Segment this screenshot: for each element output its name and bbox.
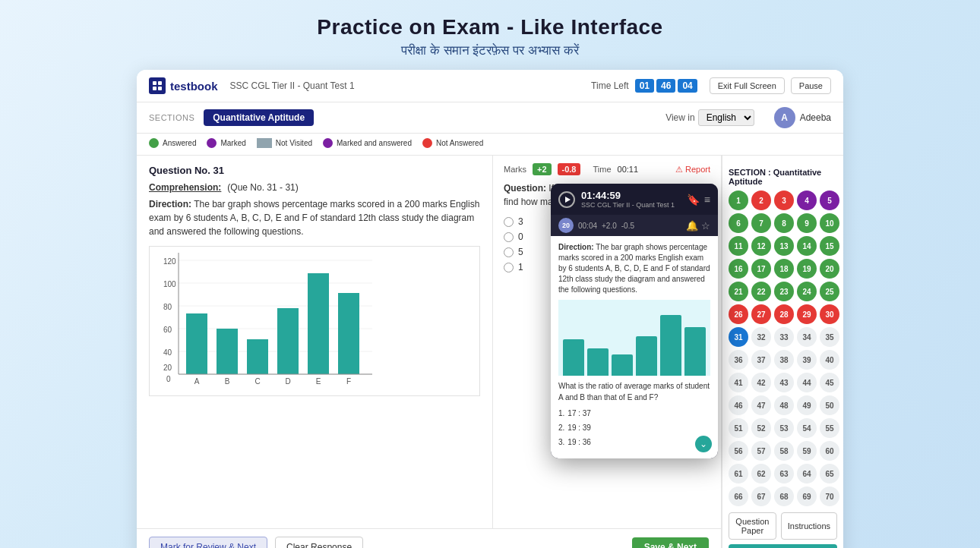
num-btn-31[interactable]: 31 — [729, 327, 748, 347]
report-button[interactable]: ⚠ Report — [675, 165, 710, 175]
num-btn-67[interactable]: 67 — [751, 487, 771, 506]
num-btn-62[interactable]: 62 — [751, 464, 771, 483]
star-icon[interactable]: ☆ — [701, 220, 710, 231]
num-btn-16[interactable]: 16 — [729, 259, 748, 279]
num-btn-29[interactable]: 29 — [797, 304, 817, 324]
play-button[interactable] — [558, 191, 575, 208]
num-btn-39[interactable]: 39 — [797, 350, 817, 370]
num-btn-57[interactable]: 57 — [751, 441, 771, 461]
num-btn-33[interactable]: 33 — [774, 327, 794, 347]
instructions-button[interactable]: Instructions — [781, 512, 837, 540]
num-btn-30[interactable]: 30 — [820, 304, 839, 324]
num-btn-37[interactable]: 37 — [751, 350, 771, 370]
num-btn-26[interactable]: 26 — [729, 304, 748, 324]
num-btn-13[interactable]: 13 — [774, 236, 794, 256]
num-btn-50[interactable]: 50 — [820, 395, 839, 415]
num-btn-17[interactable]: 17 — [751, 259, 771, 279]
legend-area: Answered Marked Not Visited Marked and a… — [137, 134, 843, 156]
num-btn-45[interactable]: 45 — [820, 373, 839, 392]
num-btn-38[interactable]: 38 — [774, 350, 794, 370]
option-radio-3[interactable] — [504, 217, 514, 227]
scroll-down-button[interactable]: ⌄ — [695, 436, 712, 452]
svg-text:B: B — [225, 377, 230, 386]
num-btn-2[interactable]: 2 — [751, 191, 771, 210]
num-btn-12[interactable]: 12 — [751, 236, 771, 256]
exit-fullscreen-button[interactable]: Exit Full Screen — [710, 77, 785, 94]
num-btn-15[interactable]: 15 — [820, 236, 839, 256]
num-btn-46[interactable]: 46 — [729, 395, 748, 415]
num-btn-40[interactable]: 40 — [820, 350, 839, 370]
num-btn-19[interactable]: 19 — [797, 259, 817, 279]
num-btn-41[interactable]: 41 — [729, 373, 748, 392]
video-option-3[interactable]: 3. 19 : 36 — [558, 435, 710, 449]
num-btn-56[interactable]: 56 — [729, 441, 748, 461]
num-btn-18[interactable]: 18 — [774, 259, 794, 279]
num-btn-55[interactable]: 55 — [820, 418, 839, 438]
num-btn-43[interactable]: 43 — [774, 373, 794, 392]
save-next-button[interactable]: Save & Next — [632, 537, 709, 548]
num-btn-70[interactable]: 70 — [820, 487, 839, 506]
option-radio-5[interactable] — [504, 247, 514, 257]
num-btn-4[interactable]: 4 — [797, 191, 817, 210]
num-btn-11[interactable]: 11 — [729, 236, 748, 256]
option-radio-1[interactable] — [504, 263, 514, 272]
num-btn-65[interactable]: 65 — [820, 464, 839, 483]
num-btn-23[interactable]: 23 — [774, 282, 794, 301]
num-btn-61[interactable]: 61 — [729, 464, 748, 483]
num-btn-32[interactable]: 32 — [751, 327, 771, 347]
num-btn-21[interactable]: 21 — [729, 282, 748, 301]
num-btn-3[interactable]: 3 — [774, 191, 794, 210]
bell-icon[interactable]: 🔔 — [686, 220, 698, 231]
num-btn-59[interactable]: 59 — [797, 441, 817, 461]
num-btn-68[interactable]: 68 — [774, 487, 794, 506]
num-btn-63[interactable]: 63 — [774, 464, 794, 483]
video-option-1[interactable]: 1. 17 : 37 — [558, 406, 710, 420]
num-btn-6[interactable]: 6 — [729, 213, 748, 233]
num-btn-34[interactable]: 34 — [797, 327, 817, 347]
num-btn-58[interactable]: 58 — [774, 441, 794, 461]
num-btn-54[interactable]: 54 — [797, 418, 817, 438]
num-btn-64[interactable]: 64 — [797, 464, 817, 483]
submit-test-button[interactable]: Submit Test — [729, 544, 837, 548]
num-btn-47[interactable]: 47 — [751, 395, 771, 415]
svg-text:100: 100 — [163, 280, 176, 288]
num-btn-52[interactable]: 52 — [751, 418, 771, 438]
num-btn-42[interactable]: 42 — [751, 373, 771, 392]
num-btn-48[interactable]: 48 — [774, 395, 794, 415]
v-bar-b — [587, 348, 609, 376]
num-btn-36[interactable]: 36 — [729, 350, 748, 370]
num-btn-49[interactable]: 49 — [797, 395, 817, 415]
num-btn-35[interactable]: 35 — [820, 327, 839, 347]
pause-button[interactable]: Pause — [791, 77, 831, 94]
num-btn-7[interactable]: 7 — [751, 213, 771, 233]
num-btn-66[interactable]: 66 — [729, 487, 748, 506]
bookmark-icon[interactable]: 🔖 — [687, 194, 700, 206]
question-paper-button[interactable]: Question Paper — [729, 512, 776, 540]
num-btn-9[interactable]: 9 — [797, 213, 817, 233]
menu-icon[interactable]: ≡ — [704, 194, 710, 206]
number-grid[interactable]: 1234567891011121314151617181920212223242… — [729, 191, 837, 506]
num-btn-5[interactable]: 5 — [820, 191, 839, 210]
num-btn-25[interactable]: 25 — [820, 282, 839, 301]
num-btn-60[interactable]: 60 — [820, 441, 839, 461]
num-btn-44[interactable]: 44 — [797, 373, 817, 392]
num-btn-69[interactable]: 69 — [797, 487, 817, 506]
clear-response-button[interactable]: Clear Response — [275, 537, 363, 548]
num-btn-51[interactable]: 51 — [729, 418, 748, 438]
sections-bar: SECTIONS Quantitative Aptitude View in E… — [137, 102, 843, 134]
num-btn-27[interactable]: 27 — [751, 304, 771, 324]
num-btn-14[interactable]: 14 — [797, 236, 817, 256]
section-tab-quant[interactable]: Quantitative Aptitude — [204, 109, 314, 126]
mark-review-button[interactable]: Mark for Review & Next — [149, 537, 267, 548]
num-btn-22[interactable]: 22 — [751, 282, 771, 301]
num-btn-8[interactable]: 8 — [774, 213, 794, 233]
option-radio-0[interactable] — [504, 232, 514, 242]
num-btn-24[interactable]: 24 — [797, 282, 817, 301]
num-btn-28[interactable]: 28 — [774, 304, 794, 324]
num-btn-53[interactable]: 53 — [774, 418, 794, 438]
video-option-2[interactable]: 2. 19 : 39 — [558, 420, 710, 435]
num-btn-10[interactable]: 10 — [820, 213, 839, 233]
num-btn-20[interactable]: 20 — [820, 259, 839, 279]
language-select[interactable]: English — [698, 109, 754, 126]
num-btn-1[interactable]: 1 — [729, 191, 748, 210]
